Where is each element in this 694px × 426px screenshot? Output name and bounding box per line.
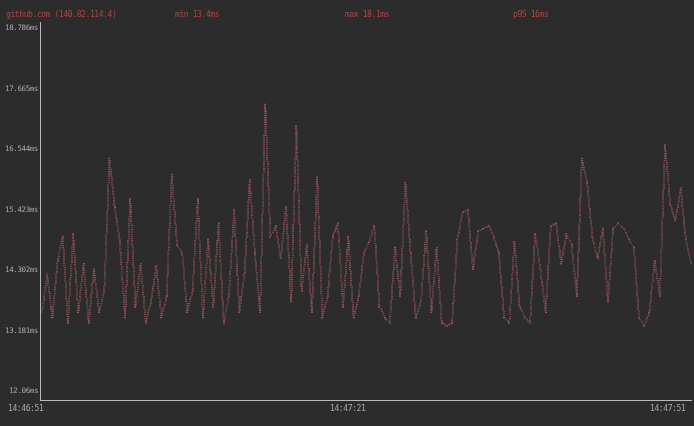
latency-line-chart [0, 0, 694, 426]
target-host-label: github.com (140.82.114.4) [6, 10, 116, 19]
y-axis-line [40, 22, 41, 400]
x-axis-line [40, 400, 692, 401]
stat-min-label: min 13.4ms [175, 10, 219, 19]
stat-p95-label: p95 16ms [513, 10, 548, 19]
gping-terminal-window: github.com (140.82.114.4) min 13.4ms max… [0, 0, 694, 426]
x-axis-tick-mid: 14:47:21 [330, 404, 365, 413]
y-axis-tick-label: 16.544ms [0, 144, 38, 153]
x-axis-tick-start: 14:46:51 [8, 404, 43, 413]
y-axis-tick-label: 13.181ms [0, 326, 38, 335]
y-axis-tick-label: 17.665ms [0, 84, 38, 93]
y-axis-tick-label: 15.423ms [0, 205, 38, 214]
y-axis-tick-label: 14.302ms [0, 265, 38, 274]
y-axis-tick-label: 12.06ms [0, 386, 38, 395]
stat-max-label: max 18.1ms [345, 10, 389, 19]
x-axis-tick-end: 14:47:51 [650, 404, 685, 413]
y-axis-tick-label: 18.786ms [0, 23, 38, 32]
